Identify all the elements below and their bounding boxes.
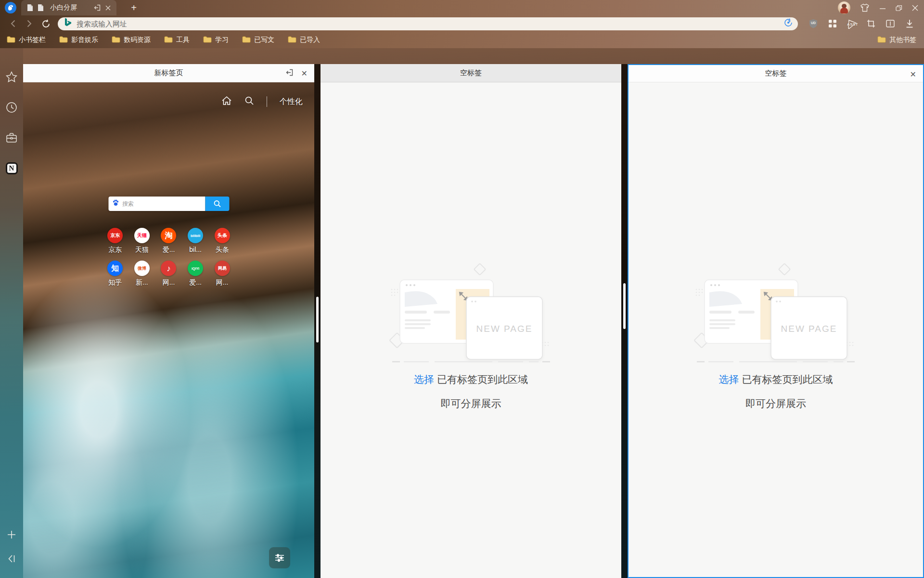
panel-divider[interactable] xyxy=(314,64,321,578)
exit-split-icon[interactable] xyxy=(286,69,294,78)
browser-chrome: 小白分屏 + xyxy=(0,0,924,48)
favorites-star-icon[interactable] xyxy=(6,71,17,84)
browser-window: 小白分屏 + xyxy=(0,0,924,578)
tab-title: 小白分屏 xyxy=(50,3,77,12)
panel-close-icon[interactable]: ✕ xyxy=(301,69,308,78)
newtab-search-button[interactable] xyxy=(205,197,229,211)
apps-grid-icon[interactable] xyxy=(824,19,841,28)
split-screen-icon[interactable] xyxy=(882,20,899,27)
quick-link[interactable]: 京东京东 xyxy=(102,228,129,254)
select-link[interactable]: 选择 xyxy=(414,374,434,385)
search-icon[interactable] xyxy=(244,96,254,107)
sidebar: N xyxy=(0,48,23,578)
bookmark-folder-label: 已导入 xyxy=(300,36,320,44)
panel-title: 新标签页 xyxy=(154,68,183,78)
drop-hint-line2: 即可分屏展示 xyxy=(441,397,501,410)
other-bookmarks-button[interactable]: 其他书签 xyxy=(877,36,916,44)
drop-hint-line1: 选择已有标签页到此区域 xyxy=(719,373,833,386)
close-window-button[interactable] xyxy=(912,5,918,11)
panel-divider[interactable] xyxy=(621,64,628,578)
other-bookmarks-label: 其他书签 xyxy=(889,36,916,44)
quick-link[interactable]: ♪网... xyxy=(155,261,182,287)
user-avatar[interactable] xyxy=(838,1,850,14)
sidebar-collapse-icon[interactable] xyxy=(7,554,16,565)
newtab-search xyxy=(108,197,229,211)
quick-link[interactable]: 天猫天猫 xyxy=(128,228,155,254)
screenshot-crop-icon[interactable] xyxy=(862,19,880,28)
bookmarks-bar: 小书签栏影音娱乐数码资源工具学习已写文已导入 其他书签 xyxy=(0,32,924,48)
divider-drag-handle[interactable] xyxy=(316,297,319,342)
quick-link-icon: 天猫 xyxy=(134,228,150,243)
sidebar-add-icon[interactable] xyxy=(7,530,16,541)
history-clock-icon[interactable] xyxy=(6,102,17,115)
new-page-label: NEW PAGE xyxy=(781,324,837,334)
newtab-search-input[interactable] xyxy=(122,200,185,207)
quick-link-label: 头条 xyxy=(216,246,229,254)
download-icon[interactable] xyxy=(901,19,918,28)
empty-drop-zone[interactable]: NEW PAGE 选择已有标签页到此区域 即可分屏展示 xyxy=(321,82,621,578)
quick-link-label: 网... xyxy=(216,278,229,287)
personalize-button[interactable]: 个性化 xyxy=(280,97,303,107)
quick-link[interactable]: 知知乎 xyxy=(102,261,129,287)
folder-icon xyxy=(288,36,296,44)
adblock-shield-icon[interactable]: UD xyxy=(805,19,822,28)
folder-icon xyxy=(164,36,173,44)
bookmark-folder[interactable]: 数码资源 xyxy=(112,36,151,44)
select-link[interactable]: 选择 xyxy=(719,374,739,385)
workspace-briefcase-icon[interactable] xyxy=(6,132,17,145)
divider-drag-handle[interactable] xyxy=(623,283,626,329)
exit-split-icon[interactable] xyxy=(94,4,101,11)
bookmark-folder[interactable]: 已写文 xyxy=(242,36,274,44)
quick-link[interactable]: 网易网... xyxy=(209,261,236,287)
bookmark-folder[interactable]: 工具 xyxy=(164,36,190,44)
quick-link-label: 新... xyxy=(136,278,148,287)
quick-link[interactable]: iQIYI爱... xyxy=(182,261,209,287)
refresh-button[interactable] xyxy=(38,19,53,28)
quick-link-icon: bilibili xyxy=(188,228,203,243)
new-page-label: NEW PAGE xyxy=(476,324,532,334)
quick-link-icon: 知 xyxy=(107,261,123,276)
page-doc-icon xyxy=(38,4,44,12)
assistant-label: ASST xyxy=(847,22,858,26)
quick-link[interactable]: bilibilibil... xyxy=(182,228,209,254)
bookmark-folder[interactable]: 学习 xyxy=(203,36,229,44)
home-icon[interactable] xyxy=(221,96,232,107)
new-page-illustration: NEW PAGE xyxy=(389,262,553,365)
empty-drop-zone[interactable]: NEW PAGE 选择已有标签页到此区域 即可分屏展示 xyxy=(629,82,923,577)
address-bar[interactable] xyxy=(58,17,798,30)
new-page-illustration: NEW PAGE xyxy=(694,262,858,365)
quick-link-icon: 微博 xyxy=(134,261,150,276)
panel-close-icon[interactable]: ✕ xyxy=(910,70,916,79)
quick-link-label: 京东 xyxy=(108,246,122,254)
notion-icon[interactable]: N xyxy=(6,162,18,174)
forward-button[interactable] xyxy=(22,20,37,27)
bookmark-folder[interactable]: 影音娱乐 xyxy=(59,36,98,44)
wallpaper-settings-button[interactable] xyxy=(269,547,290,568)
panel-title: 空标签 xyxy=(765,69,787,78)
panel-empty-middle: 空标签 xyxy=(321,64,621,578)
quick-link-label: 爱... xyxy=(163,246,175,254)
quick-link-label: 知乎 xyxy=(108,278,122,287)
drop-hint-line2: 即可分屏展示 xyxy=(745,397,806,410)
acceleration-icon[interactable] xyxy=(783,18,793,29)
address-input[interactable] xyxy=(77,20,783,28)
newtab-search-box[interactable] xyxy=(108,197,205,211)
assistant-icon[interactable]: ASST xyxy=(843,18,860,29)
quick-link-icon: ♪ xyxy=(161,261,176,276)
bookmark-folder[interactable]: 小书签栏 xyxy=(7,36,46,44)
drop-hint-line1: 选择已有标签页到此区域 xyxy=(414,373,528,386)
tab-close-icon[interactable] xyxy=(105,5,111,11)
bookmark-folder[interactable]: 已导入 xyxy=(288,36,320,44)
quick-link[interactable]: 头条头条 xyxy=(209,228,236,254)
quick-link[interactable]: 微博新... xyxy=(128,261,155,287)
minimize-button[interactable] xyxy=(879,5,886,11)
theme-tshirt-icon[interactable] xyxy=(860,3,870,12)
panel-new-tab: 新标签页 ✕ xyxy=(23,64,314,578)
quick-link[interactable]: 淘爱... xyxy=(155,228,182,254)
new-tab-button[interactable]: + xyxy=(127,1,141,14)
back-button[interactable] xyxy=(6,20,20,27)
tab-xiaobai-split[interactable]: 小白分屏 xyxy=(21,0,116,15)
main-area: N 新标签页 ✕ xyxy=(0,48,924,578)
restore-button[interactable] xyxy=(896,5,902,11)
browser-logo-icon[interactable] xyxy=(5,2,16,13)
